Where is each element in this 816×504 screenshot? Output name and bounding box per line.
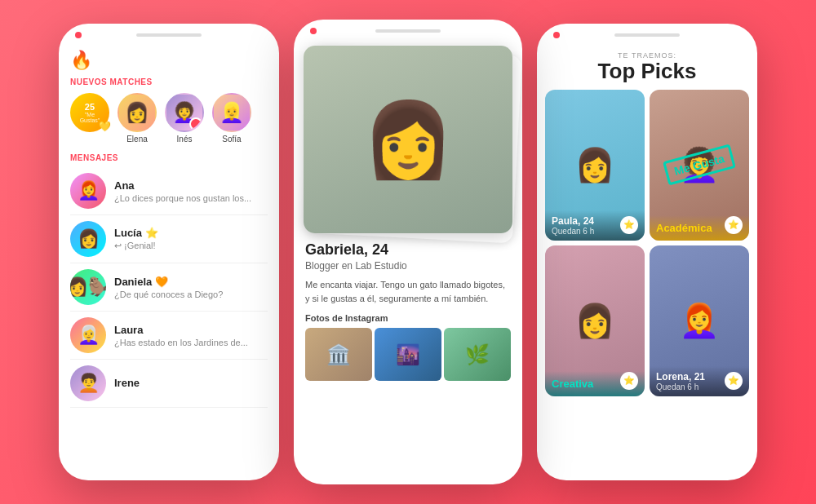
status-dot-2	[310, 28, 317, 34]
phone-profile: 👩 Gabriela, 24 Blogger en Lab Estudio Me…	[294, 20, 522, 484]
profile-job: Blogger en Lab Estudio	[305, 260, 511, 272]
match-avatar-ines: 👩‍🦱	[165, 93, 204, 132]
new-matches-title: NUEVOS MATCHES	[70, 77, 268, 86]
match-name-elena: Elena	[126, 135, 148, 144]
msg-preview-ana: ¿Lo dices porque nos gustan los...	[114, 193, 268, 203]
instagram-photo-3: 🌿	[444, 328, 511, 381]
profile-card[interactable]: 👩	[304, 46, 512, 233]
message-item-irene[interactable]: 🧑‍🦱 Irene	[70, 360, 268, 408]
match-count-box: 25 "MeGustas" 💛	[70, 93, 109, 132]
pick-star-academica[interactable]: ⭐	[725, 216, 743, 234]
match-name-ines: Inés	[177, 135, 193, 144]
msg-name-daniela: Daniela 🧡	[114, 276, 268, 288]
instagram-grid: 🏛️ 🌆 🌿	[305, 328, 511, 381]
msg-preview-daniela: ¿De qué conoces a Diego?	[114, 290, 268, 299]
profile-name-age: Gabriela, 24	[305, 241, 511, 259]
msg-avatar-laura: 👩‍🦳	[70, 317, 106, 353]
match-name-sofia: Sofía	[222, 135, 241, 144]
profile-bio: Me encanta viajar. Tengo un gato llamado…	[305, 278, 511, 305]
status-bar-3	[537, 24, 757, 46]
picks-grid: 👩 Paula, 24 Quedan 6 h ⭐ 👩‍🦱 Me Gusta Ac…	[537, 90, 757, 396]
status-bar-line-3	[614, 33, 680, 37]
msg-name-irene: Irene	[114, 377, 268, 389]
status-dot-1	[75, 32, 82, 38]
pick-card-paula[interactable]: 👩 Paula, 24 Quedan 6 h ⭐	[545, 90, 645, 241]
match-count-num: 25	[80, 103, 100, 112]
msg-name-laura: Laura	[114, 324, 268, 336]
instagram-photo-1: 🏛️	[305, 328, 372, 381]
msg-name-lucia: Lucía ⭐	[114, 227, 268, 239]
profile-card-container: 👩	[304, 46, 512, 233]
tinder-logo: 🔥	[70, 46, 268, 77]
top-picks-title: Top Picks	[537, 60, 757, 83]
status-bar-2	[294, 20, 522, 42]
message-item-daniela[interactable]: 👩‍🦫 Daniela 🧡 ¿De qué conoces a Diego?	[70, 263, 268, 312]
match-item-sofia[interactable]: 👱‍♀️ Sofía	[212, 93, 251, 144]
msg-preview-laura: ¿Has estado en los Jardines de...	[114, 338, 268, 347]
pick-star-paula[interactable]: ⭐	[620, 216, 638, 234]
msg-preview-lucia: ↩ ¡Genial!	[114, 241, 268, 251]
phone-top-picks: TE TRAEMOS: Top Picks 👩 Paula, 24 Quedan…	[537, 24, 757, 480]
match-avatar-elena: 👩	[118, 93, 157, 132]
pick-card-creativa[interactable]: 👩 Creativa ⭐	[545, 245, 645, 396]
top-picks-header: TE TRAEMOS: Top Picks	[537, 46, 757, 90]
instagram-title: Fotos de Instagram	[305, 313, 511, 323]
pick-star-lorena[interactable]: ⭐	[725, 372, 743, 390]
match-count-label: "MeGustas"	[80, 112, 100, 123]
phone-messages: 🔥 NUEVOS MATCHES 25 "MeGustas" 💛 👩	[59, 24, 279, 480]
message-item-lucia[interactable]: 👩 Lucía ⭐ ↩ ¡Genial!	[70, 215, 268, 263]
match-count-heart: 💛	[99, 121, 111, 132]
status-bar-line-1	[136, 33, 202, 37]
pick-card-academica[interactable]: 👩‍🦱 Me Gusta Académica ⭐	[650, 90, 749, 241]
msg-avatar-ana: 👩‍🦰	[70, 173, 106, 209]
messages-title: MENSAJES	[70, 153, 268, 162]
status-bar-line-2	[375, 29, 441, 33]
matches-row[interactable]: 25 "MeGustas" 💛 👩 Elena 👩‍🦱 Iné	[70, 93, 268, 144]
msg-name-ana: Ana	[114, 179, 268, 192]
profile-info: Gabriela, 24 Blogger en Lab Estudio Me e…	[294, 233, 522, 381]
message-item-laura[interactable]: 👩‍🦳 Laura ¿Has estado en los Jardines de…	[70, 312, 268, 360]
pick-star-creativa[interactable]: ⭐	[620, 372, 638, 390]
instagram-photo-2: 🌆	[375, 328, 441, 381]
pick-card-lorena[interactable]: 👩‍🦰 Lorena, 21 Quedan 6 h ⭐	[650, 245, 749, 396]
match-avatar-sofia: 👱‍♀️	[212, 93, 251, 132]
message-item-ana[interactable]: 👩‍🦰 Ana ¿Lo dices porque nos gustan los.…	[70, 167, 268, 215]
match-item-elena[interactable]: 👩 Elena	[118, 93, 157, 144]
match-count-item[interactable]: 25 "MeGustas" 💛	[70, 93, 109, 144]
msg-avatar-lucia: 👩	[70, 221, 106, 257]
match-item-ines[interactable]: 👩‍🦱 Inés	[165, 93, 204, 144]
msg-avatar-daniela: 👩‍🦫	[70, 269, 106, 305]
status-dot-3	[553, 32, 560, 38]
msg-avatar-irene: 🧑‍🦱	[70, 365, 106, 401]
status-bar-1	[59, 24, 279, 46]
